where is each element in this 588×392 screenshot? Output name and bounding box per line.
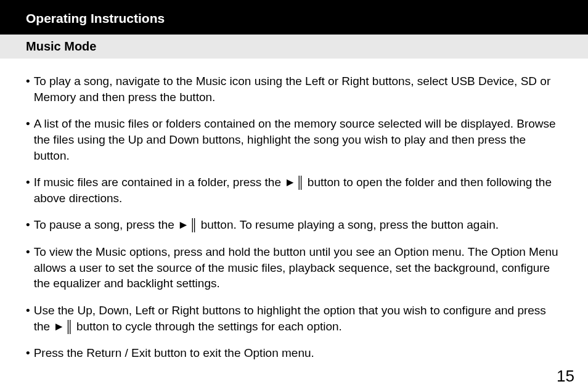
section-header: Music Mode xyxy=(0,35,588,59)
bullet-mark: • xyxy=(26,244,34,292)
page-number: 15 xyxy=(557,367,574,386)
section-title: Music Mode xyxy=(26,39,96,53)
bullet-mark: • xyxy=(26,345,34,361)
header-title: Operating Instructions xyxy=(26,11,165,25)
bullet-mark: • xyxy=(26,217,34,233)
bullet-text: A list of the music files or folders con… xyxy=(34,116,562,163)
bullet-item: •Press the Return / Exit button to exit … xyxy=(26,345,562,361)
bullet-item: •To view the Music options, press and ho… xyxy=(26,244,562,292)
play-pause-icon: ►║ xyxy=(178,218,197,231)
bullet-mark: • xyxy=(26,73,34,105)
bullet-item: •To pause a song, press the ►║ button. T… xyxy=(26,217,562,233)
bullet-item: •A list of the music files or folders co… xyxy=(26,116,562,163)
bullet-mark: • xyxy=(26,303,34,334)
bullet-text: Press the Return / Exit button to exit t… xyxy=(34,345,562,361)
play-pause-icon: ►║ xyxy=(284,176,304,189)
play-pause-icon: ►║ xyxy=(53,320,73,333)
content-area: •To play a song, navigate to the Music i… xyxy=(0,59,588,361)
bullet-mark: • xyxy=(26,174,34,206)
bullet-text: To view the Music options, press and hol… xyxy=(34,244,562,292)
page-header: Operating Instructions xyxy=(0,0,588,35)
bullet-text: To pause a song, press the ►║ button. To… xyxy=(34,217,562,233)
bullet-item: •If music files are contained in a folde… xyxy=(26,174,562,206)
bullet-text: Use the Up, Down, Left or Right buttons … xyxy=(34,303,562,334)
bullet-item: •To play a song, navigate to the Music i… xyxy=(26,73,562,105)
bullet-mark: • xyxy=(26,116,34,163)
bullet-text: If music files are contained in a folder… xyxy=(34,174,562,206)
bullet-text: To play a song, navigate to the Music ic… xyxy=(34,73,562,105)
bullet-item: •Use the Up, Down, Left or Right buttons… xyxy=(26,303,562,334)
